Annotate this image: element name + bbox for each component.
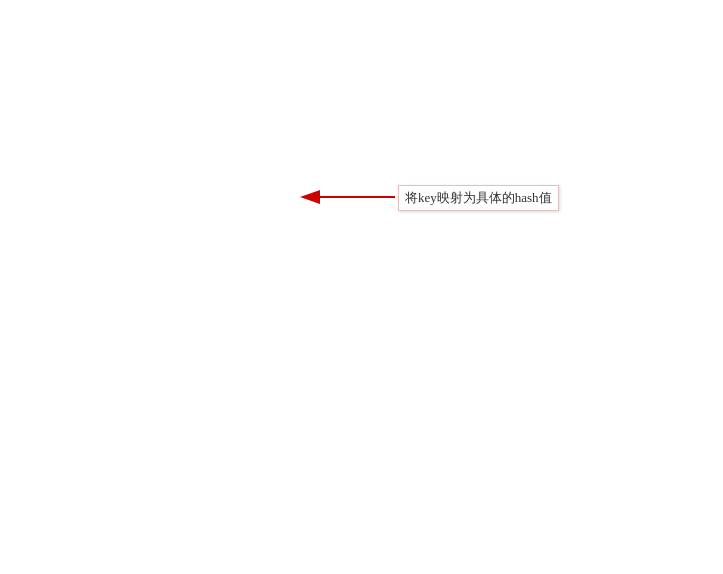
annotation-label: 将key映射为具体的hash值 xyxy=(398,185,559,211)
code-viewer: 将key映射为具体的hash值 xyxy=(0,0,723,574)
annotation-arrow xyxy=(0,0,723,574)
